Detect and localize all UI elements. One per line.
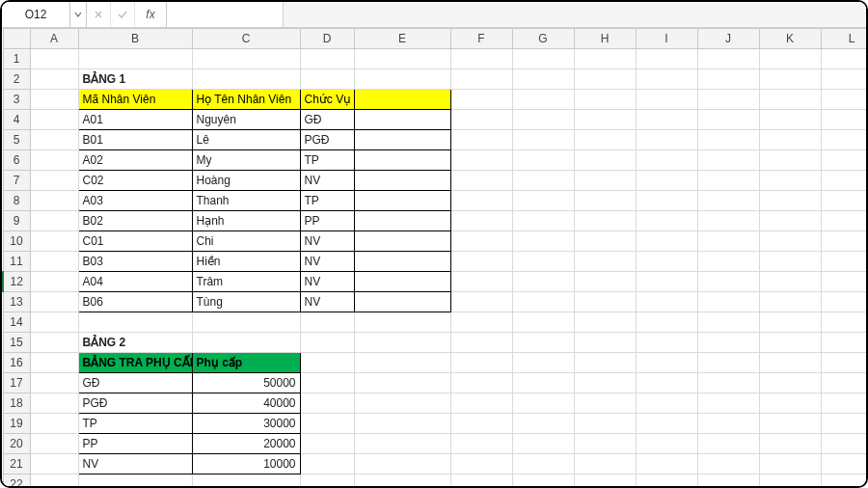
cell[interactable] xyxy=(512,333,574,353)
cell[interactable]: NV xyxy=(300,272,354,292)
cell[interactable] xyxy=(192,333,300,353)
cell[interactable]: GĐ xyxy=(78,373,192,393)
cell[interactable] xyxy=(354,474,450,487)
cell[interactable] xyxy=(354,171,450,191)
cell[interactable] xyxy=(354,150,450,171)
cell[interactable] xyxy=(574,110,636,130)
cell[interactable] xyxy=(759,231,821,252)
cell[interactable] xyxy=(300,414,354,434)
cell[interactable] xyxy=(354,333,450,353)
cell[interactable] xyxy=(512,191,574,211)
cell[interactable] xyxy=(30,110,78,130)
cell[interactable] xyxy=(30,90,78,110)
col-header[interactable]: C xyxy=(192,29,300,49)
cell[interactable]: NV xyxy=(300,231,354,252)
cell[interactable] xyxy=(697,312,759,333)
cell[interactable] xyxy=(821,373,866,393)
row-header[interactable]: 18 xyxy=(3,393,30,414)
cell[interactable]: PP xyxy=(300,211,354,231)
cell[interactable] xyxy=(821,393,866,414)
name-box-dropdown[interactable] xyxy=(70,2,87,27)
cell[interactable] xyxy=(512,252,574,272)
cell[interactable]: C01 xyxy=(78,231,192,252)
cell[interactable] xyxy=(354,90,450,110)
cell[interactable] xyxy=(512,211,574,231)
row-header[interactable]: 8 xyxy=(3,191,30,211)
cell[interactable] xyxy=(821,90,866,110)
cell[interactable] xyxy=(30,393,78,414)
cell[interactable] xyxy=(512,231,574,252)
cell[interactable] xyxy=(512,373,574,393)
cell[interactable] xyxy=(512,69,574,90)
cell[interactable] xyxy=(821,171,866,191)
col-header[interactable]: I xyxy=(636,29,697,49)
cell[interactable]: TP xyxy=(78,414,192,434)
cell[interactable] xyxy=(512,272,574,292)
col-header[interactable]: J xyxy=(697,29,759,49)
cell[interactable]: BẢNG TRA PHỤ CẤP xyxy=(78,353,192,373)
col-header[interactable]: K xyxy=(759,29,821,49)
cell[interactable] xyxy=(759,150,821,171)
cell[interactable]: TP xyxy=(300,150,354,171)
cell[interactable] xyxy=(512,110,574,130)
row-header[interactable]: 14 xyxy=(3,312,30,333)
cell[interactable]: C02 xyxy=(78,171,192,191)
cell[interactable] xyxy=(636,353,697,373)
cell[interactable] xyxy=(636,150,697,171)
cell[interactable] xyxy=(759,414,821,434)
cell[interactable]: B01 xyxy=(78,130,192,150)
cell[interactable]: Hạnh xyxy=(192,211,300,231)
row-header[interactable]: 13 xyxy=(3,292,30,312)
cell[interactable] xyxy=(354,312,450,333)
cell[interactable] xyxy=(30,272,78,292)
cell[interactable] xyxy=(192,312,300,333)
cell[interactable] xyxy=(512,454,574,474)
cell[interactable]: TP xyxy=(300,191,354,211)
cell[interactable] xyxy=(697,252,759,272)
cell[interactable] xyxy=(636,414,697,434)
col-header[interactable]: G xyxy=(512,29,574,49)
cell[interactable] xyxy=(574,90,636,110)
cell[interactable] xyxy=(450,130,512,150)
cell[interactable] xyxy=(636,434,697,454)
cell[interactable] xyxy=(450,353,512,373)
cell[interactable] xyxy=(450,434,512,454)
cell[interactable]: B06 xyxy=(78,292,192,312)
cell[interactable] xyxy=(30,171,78,191)
cell[interactable] xyxy=(512,49,574,69)
row-header[interactable]: 16 xyxy=(3,353,30,373)
cell[interactable] xyxy=(512,393,574,414)
cell[interactable] xyxy=(574,252,636,272)
cell[interactable]: A04 xyxy=(78,272,192,292)
row-header[interactable]: 7 xyxy=(3,171,30,191)
cell[interactable] xyxy=(512,474,574,487)
cell[interactable] xyxy=(354,252,450,272)
cell[interactable] xyxy=(636,90,697,110)
cell[interactable] xyxy=(821,272,866,292)
cell[interactable] xyxy=(821,353,866,373)
cell[interactable]: Lê xyxy=(192,130,300,150)
cell[interactable] xyxy=(354,373,450,393)
cell[interactable] xyxy=(192,474,300,487)
cell[interactable] xyxy=(636,373,697,393)
row-header[interactable]: 9 xyxy=(3,211,30,231)
cell[interactable]: PGĐ xyxy=(300,130,354,150)
cell[interactable] xyxy=(450,454,512,474)
cell[interactable] xyxy=(574,231,636,252)
row-header[interactable]: 5 xyxy=(3,130,30,150)
row-header[interactable]: 21 xyxy=(3,454,30,474)
cell[interactable] xyxy=(450,474,512,487)
cell[interactable]: Trâm xyxy=(192,272,300,292)
cell[interactable] xyxy=(574,414,636,434)
cell[interactable] xyxy=(636,292,697,312)
cell[interactable]: A01 xyxy=(78,110,192,130)
name-box[interactable]: O12 xyxy=(2,2,70,27)
cell[interactable]: Họ Tên Nhân Viên xyxy=(192,90,300,110)
cell[interactable] xyxy=(300,312,354,333)
col-header[interactable]: F xyxy=(450,29,512,49)
cell[interactable] xyxy=(300,49,354,69)
cell[interactable] xyxy=(512,353,574,373)
cell[interactable] xyxy=(574,474,636,487)
cell[interactable]: 30000 xyxy=(192,414,300,434)
cell[interactable] xyxy=(759,333,821,353)
